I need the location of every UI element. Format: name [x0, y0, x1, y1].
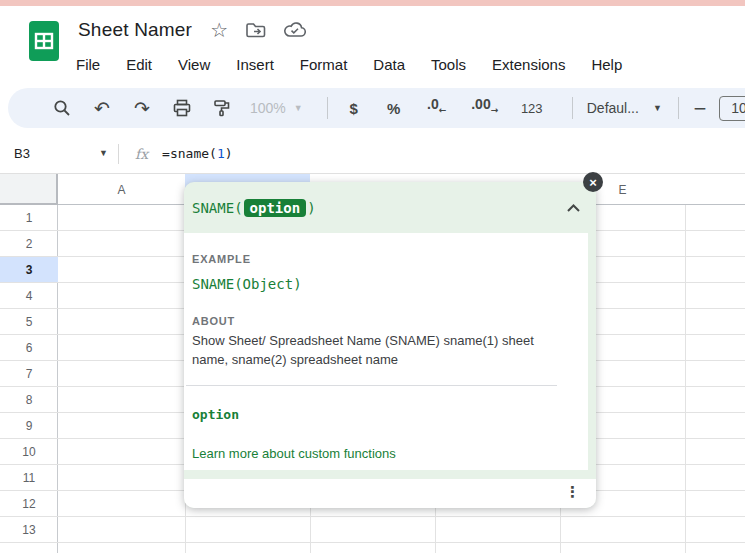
signature-suffix: ) — [307, 200, 315, 216]
paint-format-icon[interactable] — [210, 96, 234, 120]
popup-content: EXAMPLE SNAME(Object) ABOUT Show Sheet/ … — [184, 233, 588, 470]
function-signature: SNAME(option) — [184, 182, 596, 233]
row-header-11[interactable]: 11 — [0, 465, 58, 491]
about-text: Show Sheet/ Spreadsheet Name (SNAME) sna… — [192, 331, 562, 369]
menu-edit[interactable]: Edit — [126, 56, 152, 73]
row-header-1[interactable]: 1 — [0, 205, 58, 231]
redo-icon[interactable]: ↷ — [130, 96, 154, 120]
toolbar-divider — [572, 97, 573, 119]
row-header-5[interactable]: 5 — [0, 309, 58, 335]
row-headers[interactable]: 12345678910111213 — [0, 205, 58, 553]
name-box[interactable]: B3 ▼ — [0, 146, 108, 161]
more-options-icon[interactable]: ⋮ — [565, 483, 580, 501]
menu-view[interactable]: View — [178, 56, 210, 73]
cloud-status-icon[interactable] — [284, 22, 306, 38]
menu-extensions[interactable]: Extensions — [492, 56, 565, 73]
font-size-input[interactable]: 10 — [719, 96, 745, 121]
learn-more-link[interactable]: Learn more about custom functions — [192, 446, 396, 461]
font-selector[interactable]: Defaul... ▼ — [587, 100, 662, 116]
example-label: EXAMPLE — [192, 253, 251, 265]
row-header-10[interactable]: 10 — [0, 439, 58, 465]
formula-bar-divider — [118, 144, 119, 164]
left-arrow-icon: ← — [439, 105, 447, 115]
menu-tools[interactable]: Tools — [431, 56, 466, 73]
signature-prefix: SNAME( — [192, 200, 243, 216]
row-header-2[interactable]: 2 — [0, 231, 58, 257]
row-header-12[interactable]: 12 — [0, 491, 58, 517]
print-icon[interactable] — [170, 96, 194, 120]
zoom-caret-icon: ▼ — [294, 104, 303, 113]
app-window: Sheet Namer ☆ File Edit View Insert Form… — [0, 0, 745, 553]
row-header-13[interactable]: 13 — [0, 517, 58, 543]
decrease-decimals-button[interactable]: .0← — [422, 96, 452, 120]
format-percent-button[interactable]: % — [382, 96, 406, 120]
parameter-name[interactable]: option — [192, 407, 239, 422]
popup-divider — [186, 385, 557, 386]
undo-icon[interactable]: ↶ — [90, 96, 114, 120]
select-all-corner[interactable] — [0, 174, 58, 205]
close-icon[interactable]: × — [583, 172, 603, 192]
sheets-logo-icon[interactable] — [29, 21, 59, 61]
menu-format[interactable]: Format — [300, 56, 348, 73]
menu-data[interactable]: Data — [373, 56, 405, 73]
font-name: Defaul... — [587, 100, 639, 116]
star-icon[interactable]: ☆ — [210, 20, 228, 40]
row-header-7[interactable]: 7 — [0, 361, 58, 387]
row-header-9[interactable]: 9 — [0, 413, 58, 439]
row-header-4[interactable]: 4 — [0, 283, 58, 309]
format-currency-button[interactable]: $ — [342, 96, 366, 120]
menu-insert[interactable]: Insert — [236, 56, 274, 73]
increase-decimals-button[interactable]: .00→ — [468, 96, 502, 120]
decrease-font-size-button[interactable]: − — [693, 98, 707, 118]
zoom-control[interactable]: 100% ▼ — [250, 100, 303, 116]
document-title[interactable]: Sheet Namer — [78, 19, 192, 41]
row-header-3[interactable]: 3 — [0, 257, 58, 283]
toolbar-divider — [327, 97, 328, 119]
about-label: ABOUT — [192, 315, 235, 327]
row-header-6[interactable]: 6 — [0, 335, 58, 361]
column-header-a[interactable]: A — [58, 174, 185, 205]
row-header-8[interactable]: 8 — [0, 387, 58, 413]
formula-input[interactable]: =sname(1) — [162, 146, 232, 161]
name-box-caret-icon: ▼ — [99, 149, 108, 158]
example-value: SNAME(Object) — [192, 276, 302, 292]
toolbar-divider — [678, 97, 679, 119]
right-arrow-icon: → — [491, 105, 499, 115]
function-help-popup: SNAME(option) EXAMPLE SNAME(Object) ABOU… — [184, 182, 596, 508]
zoom-value: 100% — [250, 100, 286, 116]
popup-footer: ⋮ — [184, 479, 596, 508]
more-formats-button[interactable]: 123 — [518, 96, 546, 120]
menu-bar: File Edit View Insert Format Data Tools … — [76, 49, 622, 79]
grid-line — [685, 174, 686, 553]
menu-help[interactable]: Help — [591, 56, 622, 73]
search-icon[interactable] — [50, 96, 74, 120]
font-caret-icon: ▼ — [653, 104, 662, 113]
cell-reference: B3 — [14, 146, 30, 161]
formula-bar: B3 ▼ fx =sname(1) — [0, 134, 745, 174]
app-header: Sheet Namer ☆ File Edit View Insert Form… — [0, 6, 745, 86]
toolbar: ↶ ↷ 100% ▼ $ % .0← .00→ 123 — [8, 88, 745, 128]
move-folder-icon[interactable] — [246, 22, 266, 38]
fx-icon: fx — [135, 146, 148, 162]
menu-file[interactable]: File — [76, 56, 100, 73]
signature-arg-pill: option — [244, 199, 307, 217]
collapse-button[interactable] — [567, 204, 580, 212]
